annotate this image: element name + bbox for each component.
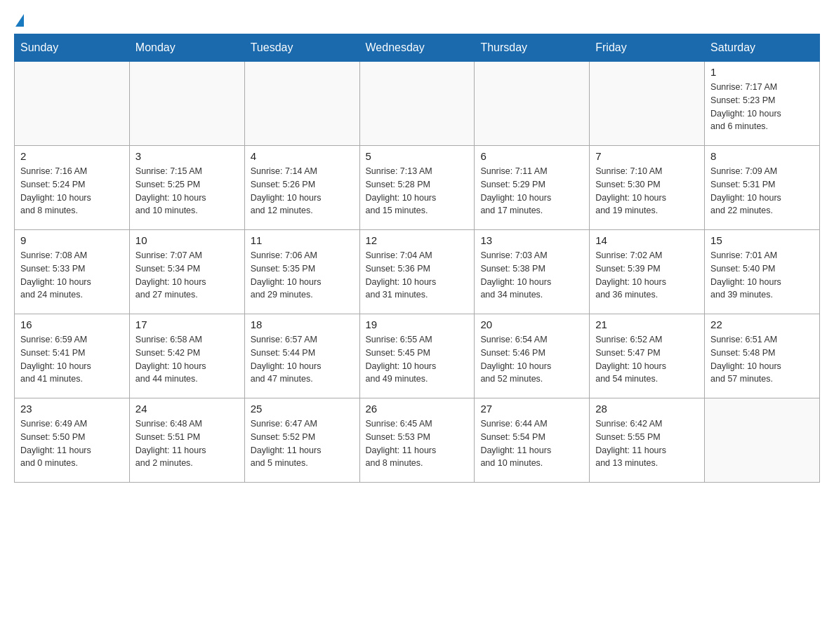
- calendar-day-cell: 2Sunrise: 7:16 AMSunset: 5:24 PMDaylight…: [15, 146, 130, 230]
- weekday-header-wednesday: Wednesday: [359, 34, 475, 62]
- page-header: [14, 14, 820, 27]
- calendar-day-cell: 1Sunrise: 7:17 AMSunset: 5:23 PMDaylight…: [705, 62, 820, 146]
- day-number: 19: [366, 318, 469, 330]
- day-number: 7: [595, 150, 699, 162]
- day-number: 16: [20, 318, 124, 330]
- day-info: Sunrise: 7:10 AMSunset: 5:30 PMDaylight:…: [595, 165, 699, 217]
- day-info: Sunrise: 7:13 AMSunset: 5:28 PMDaylight:…: [366, 165, 469, 217]
- calendar-day-cell: 13Sunrise: 7:03 AMSunset: 5:38 PMDayligh…: [475, 230, 590, 314]
- weekday-header-friday: Friday: [590, 34, 705, 62]
- calendar-day-cell: 16Sunrise: 6:59 AMSunset: 5:41 PMDayligh…: [15, 314, 130, 398]
- day-info: Sunrise: 7:15 AMSunset: 5:25 PMDaylight:…: [135, 165, 239, 217]
- day-number: 11: [251, 234, 354, 246]
- day-info: Sunrise: 6:45 AMSunset: 5:53 PMDaylight:…: [366, 417, 469, 470]
- calendar-day-cell: [15, 62, 130, 146]
- weekday-header-monday: Monday: [129, 34, 244, 62]
- logo: [14, 14, 25, 27]
- calendar-day-cell: 4Sunrise: 7:14 AMSunset: 5:26 PMDaylight…: [244, 146, 359, 230]
- day-info: Sunrise: 6:44 AMSunset: 5:54 PMDaylight:…: [480, 417, 583, 470]
- day-number: 24: [135, 403, 239, 415]
- day-info: Sunrise: 6:42 AMSunset: 5:55 PMDaylight:…: [595, 417, 699, 470]
- day-number: 4: [251, 150, 354, 162]
- day-number: 2: [20, 150, 124, 162]
- calendar-day-cell: 19Sunrise: 6:55 AMSunset: 5:45 PMDayligh…: [359, 314, 475, 398]
- day-info: Sunrise: 6:55 AMSunset: 5:45 PMDaylight:…: [366, 333, 469, 386]
- weekday-header-tuesday: Tuesday: [244, 34, 359, 62]
- day-info: Sunrise: 7:14 AMSunset: 5:26 PMDaylight:…: [251, 165, 354, 217]
- calendar-day-cell: 20Sunrise: 6:54 AMSunset: 5:46 PMDayligh…: [475, 314, 590, 398]
- day-info: Sunrise: 6:59 AMSunset: 5:41 PMDaylight:…: [20, 333, 124, 386]
- calendar-week-1: 1Sunrise: 7:17 AMSunset: 5:23 PMDaylight…: [15, 62, 820, 146]
- calendar-day-cell: [705, 398, 820, 483]
- day-number: 8: [710, 150, 814, 162]
- calendar-day-cell: 18Sunrise: 6:57 AMSunset: 5:44 PMDayligh…: [244, 314, 359, 398]
- day-number: 25: [251, 403, 354, 415]
- day-info: Sunrise: 7:02 AMSunset: 5:39 PMDaylight:…: [595, 249, 699, 302]
- day-number: 27: [480, 403, 583, 415]
- calendar-day-cell: 9Sunrise: 7:08 AMSunset: 5:33 PMDaylight…: [15, 230, 130, 314]
- day-number: 18: [251, 318, 354, 330]
- day-info: Sunrise: 7:17 AMSunset: 5:23 PMDaylight:…: [710, 81, 814, 133]
- day-info: Sunrise: 6:52 AMSunset: 5:47 PMDaylight:…: [595, 333, 699, 386]
- calendar-day-cell: 27Sunrise: 6:44 AMSunset: 5:54 PMDayligh…: [475, 398, 590, 483]
- day-info: Sunrise: 6:51 AMSunset: 5:48 PMDaylight:…: [710, 333, 814, 386]
- day-info: Sunrise: 6:58 AMSunset: 5:42 PMDaylight:…: [135, 333, 239, 386]
- day-info: Sunrise: 7:11 AMSunset: 5:29 PMDaylight:…: [480, 165, 583, 217]
- day-number: 20: [480, 318, 583, 330]
- weekday-header-saturday: Saturday: [705, 34, 820, 62]
- calendar-day-cell: [244, 62, 359, 146]
- calendar-day-cell: 23Sunrise: 6:49 AMSunset: 5:50 PMDayligh…: [15, 398, 130, 483]
- calendar-day-cell: [590, 62, 705, 146]
- calendar-day-cell: 24Sunrise: 6:48 AMSunset: 5:51 PMDayligh…: [129, 398, 244, 483]
- calendar-day-cell: 5Sunrise: 7:13 AMSunset: 5:28 PMDaylight…: [359, 146, 475, 230]
- day-number: 22: [710, 318, 814, 330]
- day-info: Sunrise: 7:07 AMSunset: 5:34 PMDaylight:…: [135, 249, 239, 302]
- day-number: 9: [20, 234, 124, 246]
- day-info: Sunrise: 6:48 AMSunset: 5:51 PMDaylight:…: [135, 417, 239, 470]
- day-number: 14: [595, 234, 699, 246]
- day-info: Sunrise: 7:16 AMSunset: 5:24 PMDaylight:…: [20, 165, 124, 217]
- day-info: Sunrise: 6:47 AMSunset: 5:52 PMDaylight:…: [251, 417, 354, 470]
- day-info: Sunrise: 7:04 AMSunset: 5:36 PMDaylight:…: [366, 249, 469, 302]
- day-info: Sunrise: 7:06 AMSunset: 5:35 PMDaylight:…: [251, 249, 354, 302]
- calendar-header-row: SundayMondayTuesdayWednesdayThursdayFrid…: [15, 34, 820, 62]
- day-info: Sunrise: 6:57 AMSunset: 5:44 PMDaylight:…: [251, 333, 354, 386]
- calendar-day-cell: 26Sunrise: 6:45 AMSunset: 5:53 PMDayligh…: [359, 398, 475, 483]
- weekday-header-sunday: Sunday: [15, 34, 130, 62]
- calendar-day-cell: 8Sunrise: 7:09 AMSunset: 5:31 PMDaylight…: [705, 146, 820, 230]
- calendar-week-5: 23Sunrise: 6:49 AMSunset: 5:50 PMDayligh…: [15, 398, 820, 483]
- calendar-day-cell: 7Sunrise: 7:10 AMSunset: 5:30 PMDaylight…: [590, 146, 705, 230]
- day-number: 17: [135, 318, 239, 330]
- day-number: 21: [595, 318, 699, 330]
- calendar-day-cell: [475, 62, 590, 146]
- day-info: Sunrise: 7:01 AMSunset: 5:40 PMDaylight:…: [710, 249, 814, 302]
- weekday-header-thursday: Thursday: [475, 34, 590, 62]
- calendar-day-cell: 10Sunrise: 7:07 AMSunset: 5:34 PMDayligh…: [129, 230, 244, 314]
- day-number: 13: [480, 234, 583, 246]
- calendar-week-2: 2Sunrise: 7:16 AMSunset: 5:24 PMDaylight…: [15, 146, 820, 230]
- calendar-day-cell: 25Sunrise: 6:47 AMSunset: 5:52 PMDayligh…: [244, 398, 359, 483]
- calendar-day-cell: 21Sunrise: 6:52 AMSunset: 5:47 PMDayligh…: [590, 314, 705, 398]
- calendar-day-cell: 12Sunrise: 7:04 AMSunset: 5:36 PMDayligh…: [359, 230, 475, 314]
- calendar-day-cell: 14Sunrise: 7:02 AMSunset: 5:39 PMDayligh…: [590, 230, 705, 314]
- day-info: Sunrise: 7:09 AMSunset: 5:31 PMDaylight:…: [710, 165, 814, 217]
- day-number: 1: [710, 66, 814, 78]
- calendar-day-cell: 15Sunrise: 7:01 AMSunset: 5:40 PMDayligh…: [705, 230, 820, 314]
- day-info: Sunrise: 6:49 AMSunset: 5:50 PMDaylight:…: [20, 417, 124, 470]
- day-info: Sunrise: 7:08 AMSunset: 5:33 PMDaylight:…: [20, 249, 124, 302]
- calendar-day-cell: [359, 62, 475, 146]
- day-number: 26: [366, 403, 469, 415]
- calendar-day-cell: [129, 62, 244, 146]
- day-number: 5: [366, 150, 469, 162]
- calendar-day-cell: 3Sunrise: 7:15 AMSunset: 5:25 PMDaylight…: [129, 146, 244, 230]
- calendar-week-3: 9Sunrise: 7:08 AMSunset: 5:33 PMDaylight…: [15, 230, 820, 314]
- day-number: 3: [135, 150, 239, 162]
- day-number: 15: [710, 234, 814, 246]
- day-info: Sunrise: 7:03 AMSunset: 5:38 PMDaylight:…: [480, 249, 583, 302]
- day-number: 10: [135, 234, 239, 246]
- calendar-week-4: 16Sunrise: 6:59 AMSunset: 5:41 PMDayligh…: [15, 314, 820, 398]
- day-number: 23: [20, 403, 124, 415]
- day-number: 6: [480, 150, 583, 162]
- calendar-day-cell: 22Sunrise: 6:51 AMSunset: 5:48 PMDayligh…: [705, 314, 820, 398]
- calendar-table: SundayMondayTuesdayWednesdayThursdayFrid…: [14, 34, 820, 483]
